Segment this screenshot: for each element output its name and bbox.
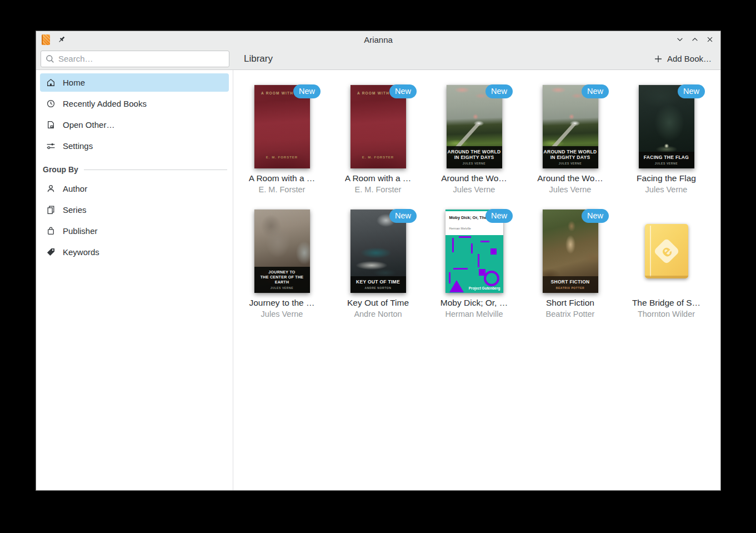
cover-author-text: Herman Melville: [449, 227, 503, 230]
sidebar-item-label: Keywords: [63, 247, 99, 257]
document-icon: [46, 120, 56, 130]
book-author: Herman Melville: [445, 309, 503, 320]
sidebar-item-author[interactable]: Author: [40, 180, 229, 198]
pages-icon: [46, 205, 56, 215]
book-author: E. M. Forster: [355, 185, 402, 195]
sidebar-item-label: Settings: [63, 141, 93, 151]
book-author: Jules Verne: [549, 185, 592, 195]
book-author: Thornton Wilder: [638, 309, 695, 320]
book-title: The Bridge of S…: [632, 297, 700, 308]
search-icon: [45, 54, 55, 64]
cover-title-text: FACING THE FLAG: [640, 155, 693, 160]
header-row: Library Add Book…: [36, 48, 720, 70]
book-item[interactable]: e The Bridge of S… Thornton Wilder: [618, 210, 714, 320]
book-cover: e: [645, 224, 688, 278]
book-cover: JOURNEY TOTHE CENTER OF THE EARTH JULES …: [254, 210, 310, 293]
book-title: Facing the Flag: [637, 173, 696, 184]
window-title: Arianna: [36, 35, 720, 44]
new-badge: New: [485, 209, 513, 223]
book-item[interactable]: AROUND THE WORLDIN EIGHTY DAYS JULES VER…: [522, 85, 618, 195]
new-badge: New: [582, 209, 609, 223]
add-book-label: Add Book…: [667, 54, 712, 63]
new-badge: New: [582, 84, 609, 98]
sidebar-item-open-other[interactable]: Open Other…: [40, 116, 229, 134]
book-item[interactable]: KEY OUT OF TIME ANDRE NORTON New Key Out…: [330, 210, 426, 320]
sidebar-item-home[interactable]: Home: [40, 73, 229, 92]
new-badge: New: [678, 84, 705, 98]
plus-icon: [654, 54, 663, 63]
clock-icon: [46, 99, 56, 109]
book-item[interactable]: SHORT FICTION BEATRIX POTTER New Short F…: [522, 210, 618, 320]
sidebar-item-label: Open Other…: [63, 120, 114, 129]
sidebar-item-series[interactable]: Series: [40, 201, 229, 219]
group-by-header: Group By: [43, 165, 227, 174]
book-title: Journey to the …: [249, 297, 314, 308]
cover-author-text: E. M. FORSTER: [254, 156, 310, 159]
sidebar-item-label: Series: [63, 205, 87, 215]
sidebar-item-recently-added[interactable]: Recently Added Books: [40, 94, 229, 113]
maximize-button[interactable]: [690, 34, 700, 44]
cover-publisher-text: Project Gutenberg: [469, 286, 500, 290]
book-item[interactable]: AROUND THE WORLDIN EIGHTY DAYS JULES VER…: [426, 85, 522, 195]
sidebar-item-settings[interactable]: Settings: [40, 137, 229, 155]
cover-author-text: JULES VERNE: [448, 162, 501, 165]
book-title: Short Fiction: [546, 297, 594, 308]
add-book-button[interactable]: Add Book…: [654, 54, 712, 63]
cover-title-text: SHORT FICTION: [544, 279, 597, 285]
cover-author-text: ANDRE NORTON: [352, 286, 405, 290]
divider: [84, 170, 227, 170]
minimize-button[interactable]: [675, 34, 685, 44]
book-author: Beatrix Potter: [546, 309, 595, 320]
book-item[interactable]: A ROOM WITH A V E. M. FORSTER New A Room…: [234, 85, 330, 195]
sidebar-item-label: Author: [63, 184, 87, 193]
sidebar-item-keywords[interactable]: Keywords: [40, 243, 229, 261]
titlebar: Arianna: [36, 31, 720, 48]
book-title: A Room with a …: [345, 173, 412, 184]
book-title: Around the Wo…: [537, 173, 603, 184]
sidebar: Home Recently Added Books Open Other… Se…: [36, 70, 233, 490]
cover-title-text: JOURNEY TOTHE CENTER OF THE EARTH: [256, 270, 309, 285]
page-title: Library: [244, 53, 273, 64]
book-title: Key Out of Time: [347, 297, 409, 308]
book-item[interactable]: Moby Dick; Or, The Whale Herman Melville…: [426, 210, 522, 320]
tag-icon: [46, 247, 56, 257]
book-title: Moby Dick; Or, …: [440, 297, 508, 308]
sidebar-item-publisher[interactable]: Publisher: [40, 222, 229, 240]
cover-title-text: KEY OUT OF TIME: [352, 279, 405, 285]
book-item[interactable]: A ROOM WITH A V E. M. FORSTER New A Room…: [330, 85, 426, 195]
book-title: A Room with a …: [249, 173, 316, 184]
cover-author-text: JULES VERNE: [544, 162, 597, 165]
book-author: Andre Norton: [354, 309, 402, 320]
arianna-window: Arianna Library: [36, 31, 721, 491]
new-badge: New: [485, 84, 513, 98]
book-item[interactable]: FACING THE FLAG JULES VERNE New Facing t…: [618, 85, 714, 195]
cover-author-text: JULES VERNE: [640, 162, 693, 165]
close-button[interactable]: [705, 34, 715, 44]
cover-author-text: E. M. FORSTER: [351, 156, 406, 159]
sidebar-item-label: Recently Added Books: [63, 99, 147, 108]
new-badge: New: [293, 84, 321, 98]
cover-title-text: AROUND THE WORLDIN EIGHTY DAYS: [544, 149, 597, 160]
bag-icon: [46, 226, 56, 236]
sliders-icon: [46, 141, 56, 151]
cover-author-text: BEATRIX POTTER: [544, 286, 597, 290]
new-badge: New: [389, 84, 417, 98]
book-grid: A ROOM WITH A V E. M. FORSTER New A Room…: [233, 70, 720, 490]
search-input[interactable]: [41, 51, 229, 67]
group-by-label: Group By: [43, 165, 78, 174]
sidebar-item-label: Publisher: [63, 226, 98, 236]
sidebar-item-label: Home: [63, 78, 85, 87]
epub-logo-icon: e: [653, 238, 679, 265]
book-item[interactable]: JOURNEY TOTHE CENTER OF THE EARTH JULES …: [234, 210, 330, 320]
book-author: Jules Verne: [261, 309, 303, 320]
book-author: E. M. Forster: [259, 185, 306, 195]
cover-author-text: JULES VERNE: [256, 286, 309, 290]
home-icon: [46, 78, 56, 88]
new-badge: New: [389, 209, 417, 223]
book-author: Jules Verne: [645, 185, 688, 195]
cover-art: [445, 235, 503, 293]
person-icon: [46, 184, 56, 194]
book-author: Jules Verne: [453, 185, 495, 195]
cover-title-text: AROUND THE WORLDIN EIGHTY DAYS: [448, 149, 501, 160]
book-title: Around the Wo…: [441, 173, 507, 184]
